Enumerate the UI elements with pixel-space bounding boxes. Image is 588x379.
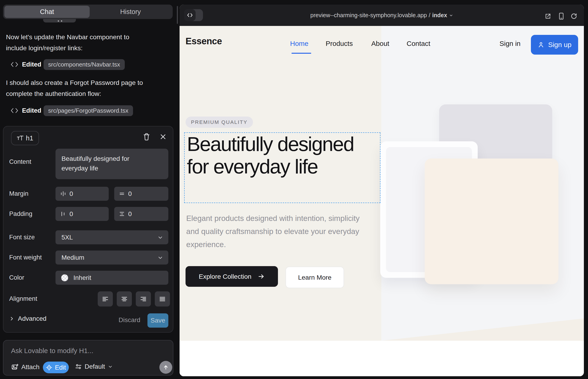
code-icon (11, 62, 18, 68)
pill-dot (61, 20, 62, 22)
chevron-down-icon (108, 364, 113, 369)
next-section-background (180, 341, 584, 376)
assistant-message: Now let's update the Navbar component to… (6, 32, 168, 53)
margin-x-icon (60, 191, 66, 197)
content-label: Content (9, 158, 31, 165)
chevron-down-icon (449, 13, 453, 17)
nav-link-home[interactable]: Home (290, 40, 309, 47)
user-icon (538, 41, 544, 48)
external-link-icon (545, 13, 551, 19)
font-weight-select[interactable]: Medium (56, 251, 168, 265)
refresh-button[interactable] (571, 13, 577, 19)
close-inspector-button[interactable] (160, 133, 167, 141)
edited-label: Edited (22, 61, 41, 68)
prompt-composer[interactable]: Ask Lovable to modify H1... Attach Edit (3, 340, 173, 376)
preview-window: preview--charming-site-symphony.lovable.… (180, 5, 584, 376)
refresh-icon (571, 13, 577, 19)
padding-label: Padding (9, 210, 32, 218)
mobile-view-button[interactable] (558, 12, 564, 20)
composer-placeholder: Ask Lovable to modify H1... (11, 347, 93, 355)
nav-link-products[interactable]: Products (326, 40, 353, 47)
align-left-button[interactable] (98, 291, 113, 306)
assistant-message: I should also create a Forgot Password p… (6, 77, 168, 99)
save-button[interactable]: Save (147, 313, 168, 328)
smartphone-icon (558, 12, 564, 20)
selected-element-badge[interactable]: h1 (11, 131, 39, 145)
align-left-icon (102, 295, 109, 303)
align-justify-button[interactable] (155, 291, 170, 306)
url-separator: / (429, 12, 430, 19)
lovable-chat-panel: Chat History Now let's update the Navbar… (0, 0, 179, 379)
learn-more-button[interactable]: Learn More (286, 267, 344, 288)
preview-toolbar: preview--charming-site-symphony.lovable.… (180, 5, 584, 26)
align-center-button[interactable] (117, 291, 132, 306)
chat-scrollbar[interactable] (177, 6, 178, 24)
margin-y-icon (119, 191, 125, 197)
margin-label: Margin (9, 190, 29, 197)
edited-file-row: Edited src/components/Navbar.tsx (6, 59, 173, 70)
attach-button[interactable]: Attach (11, 363, 39, 371)
code-icon (11, 108, 18, 114)
nav-link-contact[interactable]: Contact (407, 40, 430, 47)
sliders-icon (75, 363, 82, 370)
premium-quality-badge: PREMIUM QUALITY (186, 117, 253, 128)
nav-link-about[interactable]: About (371, 40, 389, 47)
chevron-right-icon (9, 316, 14, 321)
tab-chat[interactable]: Chat (4, 6, 90, 18)
font-weight-label: Font weight (9, 254, 42, 261)
send-button[interactable] (159, 361, 172, 374)
open-in-new-tab-button[interactable] (545, 13, 551, 19)
advanced-toggle[interactable]: Advanced (9, 315, 46, 322)
padding-x-input[interactable]: 0 (56, 207, 109, 221)
color-label: Color (9, 274, 24, 281)
chevron-down-icon (157, 255, 163, 261)
site-logo[interactable]: Essence (186, 36, 222, 46)
padding-y-input[interactable]: 0 (114, 207, 168, 221)
decorative-card-cream (425, 158, 558, 284)
padding-x-icon (60, 211, 66, 217)
preview-site: Essence Home Products About Contact Sign… (180, 26, 584, 376)
chevron-down-icon (157, 235, 163, 240)
align-center-icon (121, 295, 128, 303)
alignment-label: Alignment (9, 295, 37, 302)
arrow-right-icon (258, 273, 265, 280)
model-mode-button[interactable]: Default (75, 363, 113, 370)
padding-y-icon (119, 211, 125, 217)
edited-label: Edited (22, 107, 41, 114)
preview-url[interactable]: preview--charming-site-symphony.lovable.… (180, 5, 584, 26)
chat-history-tabbar: Chat History (3, 5, 173, 19)
delete-element-button[interactable] (143, 133, 150, 142)
sign-in-link[interactable]: Sign in (499, 40, 521, 47)
tab-history[interactable]: History (90, 6, 171, 18)
pill-dot (58, 20, 59, 22)
url-domain: preview--charming-site-symphony.lovable.… (310, 12, 427, 19)
explore-collection-button[interactable]: Explore Collection (186, 266, 278, 287)
hero-description: Elegant products designed with intention… (186, 212, 367, 251)
selected-h1-outline[interactable]: Beautifully designed for everyday life (184, 132, 380, 203)
sign-up-button[interactable]: Sign up (531, 35, 578, 55)
align-right-icon (140, 295, 147, 303)
close-icon (160, 133, 167, 140)
discard-button[interactable]: Discard (119, 316, 140, 324)
element-tag: h1 (26, 134, 33, 142)
content-input[interactable]: Beautifully designed for everyday life (56, 149, 168, 179)
font-size-select[interactable]: 5XL (56, 230, 168, 244)
margin-x-input[interactable]: 0 (56, 187, 109, 201)
edited-file-row: Edited src/pages/ForgotPassword.tsx (6, 105, 173, 116)
edit-mode-button[interactable]: Edit (43, 362, 69, 373)
color-select[interactable]: Inherit (56, 271, 168, 285)
edited-file-chip[interactable]: src/pages/ForgotPassword.tsx (44, 105, 133, 116)
align-right-button[interactable] (136, 291, 151, 306)
arrow-up-icon (163, 364, 169, 371)
edited-file-chip[interactable]: src/components/Navbar.tsx (44, 59, 125, 70)
align-justify-icon (159, 295, 166, 303)
color-swatch (61, 274, 68, 282)
hero-headline[interactable]: Beautifully designed for everyday life (187, 133, 356, 178)
font-size-label: Font size (9, 234, 35, 241)
attach-image-icon (11, 363, 18, 371)
active-nav-underline (292, 53, 311, 54)
url-page: index (432, 12, 447, 19)
margin-y-input[interactable]: 0 (114, 187, 168, 201)
element-inspector-panel: h1 Content Beautifully designed for ever… (3, 126, 173, 333)
trash-icon (143, 133, 150, 141)
